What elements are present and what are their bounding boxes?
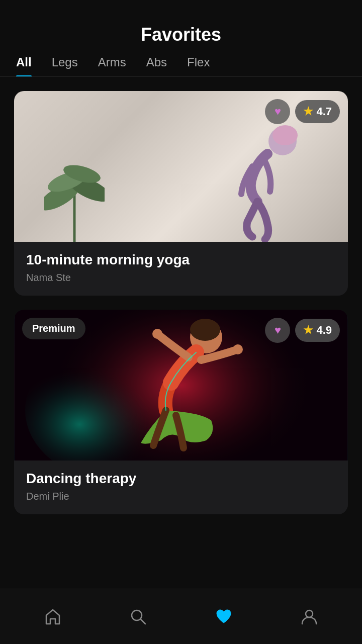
card-badges-yoga: ♥ ★ 4.7 [265, 99, 340, 124]
tab-flex[interactable]: Flex [187, 55, 210, 76]
rating-badge-yoga: ★ 4.7 [295, 100, 340, 123]
bottom-nav [0, 589, 362, 644]
favorite-button-dance[interactable]: ♥ [265, 318, 290, 343]
rating-value-yoga: 4.7 [316, 105, 332, 118]
nav-profile[interactable] [285, 603, 333, 631]
tab-all[interactable]: All [16, 55, 32, 76]
star-icon-dance: ★ [303, 324, 313, 337]
svg-point-6 [273, 125, 298, 145]
nav-search[interactable] [114, 603, 162, 631]
card-image-yoga: ♥ ★ 4.7 [14, 91, 348, 242]
card-image-dance: ♥ ★ 4.9 Premium [14, 310, 348, 461]
tab-legs[interactable]: Legs [52, 55, 78, 76]
card-title-yoga: 10-minute morning yoga [26, 252, 336, 268]
svg-point-16 [306, 610, 313, 617]
workout-card-dance[interactable]: ♥ ★ 4.9 Premium Dancing therapy Demi Pli… [14, 310, 348, 514]
card-title-dance: Dancing therapy [26, 471, 336, 487]
card-info-yoga: 10-minute morning yoga Nama Ste [14, 242, 348, 296]
premium-badge: Premium [22, 318, 85, 339]
tab-abs[interactable]: Abs [146, 55, 167, 76]
search-icon [129, 608, 147, 626]
nav-favorites[interactable] [200, 603, 248, 631]
filter-tabs: All Legs Arms Abs Flex [0, 55, 362, 77]
card-info-dance: Dancing therapy Demi Plie [14, 461, 348, 514]
cards-container: ♥ ★ 4.7 10-minute morning yoga Nama Ste [0, 91, 362, 514]
favorite-button-yoga[interactable]: ♥ [265, 99, 290, 124]
nav-home[interactable] [29, 603, 77, 631]
rating-badge-dance: ★ 4.9 [295, 319, 340, 342]
rating-value-dance: 4.9 [316, 324, 332, 337]
home-icon [44, 608, 62, 626]
tab-arms[interactable]: Arms [98, 55, 126, 76]
svg-line-15 [141, 619, 145, 624]
card-badges-dance: ♥ ★ 4.9 [265, 318, 340, 343]
profile-icon [300, 608, 318, 626]
svg-point-13 [233, 344, 243, 354]
card-subtitle-yoga: Nama Ste [26, 272, 336, 284]
card-subtitle-dance: Demi Plie [26, 491, 336, 502]
heart-icon [215, 608, 233, 626]
svg-point-14 [132, 610, 142, 620]
svg-point-11 [190, 319, 220, 341]
page-title: Favorites [16, 24, 346, 45]
svg-point-12 [152, 329, 162, 339]
workout-card-yoga[interactable]: ♥ ★ 4.7 10-minute morning yoga Nama Ste [14, 91, 348, 296]
star-icon: ★ [303, 105, 313, 118]
header: Favorites [0, 0, 362, 55]
premium-badge-container: Premium [22, 318, 85, 339]
